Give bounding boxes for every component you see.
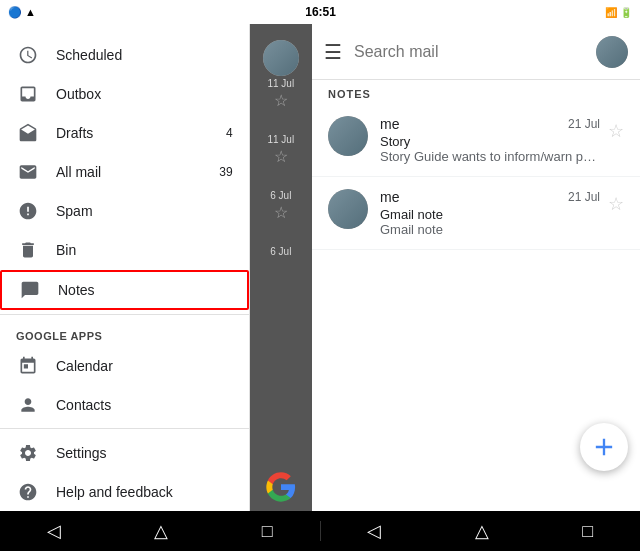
help-icon [16, 480, 40, 504]
status-bar-right: 📶 🔋 [605, 7, 632, 18]
hamburger-menu-icon[interactable]: ☰ [324, 40, 342, 64]
sidebar-item-calendar[interactable]: Calendar [0, 346, 249, 385]
status-bar-left: 🔵 ▲ [8, 6, 36, 19]
strip-date-4: 6 Jul [270, 246, 291, 257]
drafts-icon [16, 121, 40, 145]
sidebar-item-bin[interactable]: Bin [0, 231, 249, 270]
email-avatar-1 [328, 116, 368, 156]
time-display: 16:51 [305, 5, 336, 19]
search-bar[interactable]: ☰ [312, 24, 640, 80]
spam-icon [16, 199, 40, 223]
divider [0, 314, 249, 315]
email-preview-1: Story Guide wants to inform/warn pa... [380, 149, 600, 164]
settings-icon [16, 441, 40, 465]
allmail-icon [16, 160, 40, 184]
email-sender-2: me [380, 189, 399, 205]
email-sender-1: me [380, 116, 399, 132]
strip-item-4: 6 Jul [250, 238, 312, 265]
sidebar-item-scheduled[interactable]: Scheduled [0, 36, 249, 75]
nav-bar-right: ◁ △ □ [321, 520, 641, 542]
sidebar-item-contacts[interactable]: Contacts [0, 385, 249, 424]
contacts-label: Contacts [56, 397, 233, 413]
drafts-badge: 4 [226, 126, 233, 140]
drafts-label: Drafts [56, 125, 226, 141]
help-label: Help and feedback [56, 484, 233, 500]
notes-icon [18, 278, 42, 302]
home-button[interactable]: △ [154, 520, 168, 542]
search-input[interactable] [354, 43, 596, 61]
email-item-2[interactable]: me 21 Jul Gmail note Gmail note ☆ [312, 177, 640, 250]
strip-avatar-1 [263, 40, 299, 76]
spam-label: Spam [56, 203, 233, 219]
notes-label: Notes [58, 282, 231, 298]
sidebar-item-spam[interactable]: Spam [0, 192, 249, 231]
strip-date-3: 6 Jul [270, 190, 291, 201]
allmail-badge: 39 [219, 165, 232, 179]
notes-section-label: NOTES [312, 80, 640, 104]
sidebar-item-allmail[interactable]: All mail 39 [0, 153, 249, 192]
recents-button[interactable]: □ [262, 521, 273, 542]
back-button-right[interactable]: ◁ [367, 520, 381, 542]
sidebar-item-notes[interactable]: Notes [0, 270, 249, 310]
email-subject-1: Story [380, 134, 600, 149]
settings-label: Settings [56, 445, 233, 461]
email-subject-2: Gmail note [380, 207, 600, 222]
strip-item-3: 6 Jul ☆ [250, 182, 312, 230]
email-top-row-2: me 21 Jul [380, 189, 600, 205]
back-button[interactable]: ◁ [47, 520, 61, 542]
nav-bar-left: ◁ △ □ [0, 520, 320, 542]
google-apps-label: GOOGLE APPS [0, 318, 249, 346]
strip-date-2: 11 Jul [267, 134, 294, 145]
email-preview-2: Gmail note [380, 222, 600, 237]
drawer-header [0, 24, 249, 36]
bin-label: Bin [56, 242, 233, 258]
strip-date-1: 11 Jul [267, 78, 294, 89]
sidebar-item-help[interactable]: Help and feedback [0, 472, 249, 511]
google-fab-strip [265, 471, 297, 511]
divider-2 [0, 428, 249, 429]
clock-icon [16, 43, 40, 67]
email-content-2: me 21 Jul Gmail note Gmail note [380, 189, 600, 237]
strip-star-1: ☆ [274, 91, 288, 110]
email-top-row-1: me 21 Jul [380, 116, 600, 132]
email-star-2[interactable]: ☆ [608, 193, 624, 215]
right-panel: ☰ NOTES me 21 Jul Story [312, 24, 640, 511]
sidebar-item-outbox[interactable]: Outbox [0, 75, 249, 114]
compose-fab-button[interactable] [580, 423, 628, 471]
strip-item-1: 11 Jul ☆ [250, 32, 312, 118]
contacts-icon [16, 393, 40, 417]
system-icons: 📶 🔋 [605, 7, 632, 18]
sidebar-item-settings[interactable]: Settings [0, 433, 249, 472]
navigation-bar: ◁ △ □ ◁ △ □ [0, 511, 640, 551]
user-avatar[interactable] [596, 36, 628, 68]
email-avatar-2 [328, 189, 368, 229]
sidebar-item-drafts[interactable]: Drafts 4 [0, 114, 249, 153]
scheduled-label: Scheduled [56, 47, 233, 63]
strip-star-3: ☆ [274, 203, 288, 222]
email-content-1: me 21 Jul Story Story Guide wants to inf… [380, 116, 600, 164]
home-button-right[interactable]: △ [475, 520, 489, 542]
calendar-icon [16, 354, 40, 378]
navigation-drawer: Scheduled Outbox Drafts 4 All mail 39 [0, 24, 250, 511]
email-date-2: 21 Jul [568, 190, 600, 204]
recents-button-right[interactable]: □ [582, 521, 593, 542]
allmail-label: All mail [56, 164, 219, 180]
calendar-label: Calendar [56, 358, 233, 374]
strip-star-2: ☆ [274, 147, 288, 166]
status-bar: 🔵 ▲ 16:51 📶 🔋 [0, 0, 640, 24]
email-date-1: 21 Jul [568, 117, 600, 131]
outbox-icon [16, 82, 40, 106]
email-item-1[interactable]: me 21 Jul Story Story Guide wants to inf… [312, 104, 640, 177]
outbox-label: Outbox [56, 86, 233, 102]
email-list-strip: 11 Jul ☆ 11 Jul ☆ 6 Jul ☆ 6 Jul [250, 24, 312, 511]
bin-icon [16, 238, 40, 262]
email-star-1[interactable]: ☆ [608, 120, 624, 142]
strip-item-2: 11 Jul ☆ [250, 126, 312, 174]
notification-icons: 🔵 ▲ [8, 6, 36, 19]
